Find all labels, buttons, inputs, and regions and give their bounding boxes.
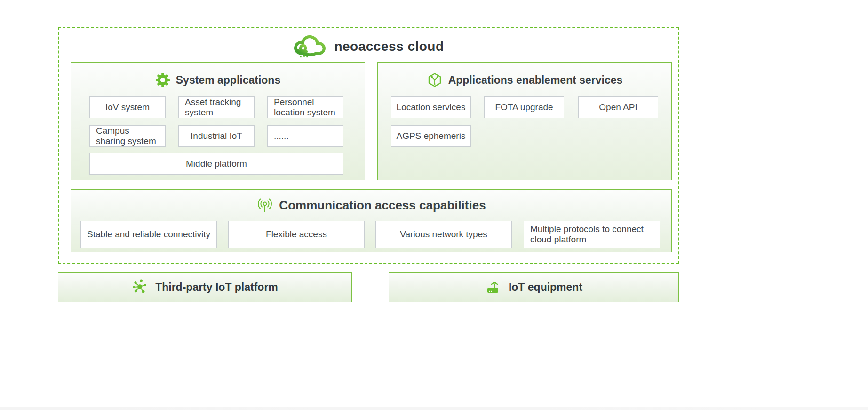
third-party-platform-label: Third-party IoT platform [155, 281, 278, 294]
item-various-network-types: Various network types [375, 221, 512, 248]
gear-icon [155, 72, 170, 88]
bar-iot-equipment: IoT equipment [389, 272, 679, 302]
iot-equipment-label: IoT equipment [509, 281, 582, 294]
antenna-broadcast-icon [256, 197, 273, 214]
cloud-header: neoaccess cloud [59, 32, 678, 61]
bottom-strip [0, 407, 868, 410]
item-middle-platform: Middle platform [89, 153, 343, 175]
cloud-logo-icon [293, 34, 327, 59]
item-asset-tracking-system: Asset tracking system [178, 96, 255, 118]
hub-network-icon [132, 279, 149, 296]
item-location-services: Location services [391, 96, 471, 118]
item-agps-ephemeris: AGPS ephemeris [391, 125, 471, 147]
architecture-diagram: { "title": "neoaccess cloud", "system_ap… [0, 0, 868, 410]
hexagon-node-icon [427, 72, 443, 88]
neoaccess-cloud-container: neoaccess cloud [58, 27, 679, 264]
router-icon [485, 279, 502, 295]
bar-third-party-platform: Third-party IoT platform [58, 272, 352, 302]
item-iov-system: IoV system [89, 96, 166, 118]
communication-header: Communication access capabilities [71, 195, 671, 215]
item-campus-sharing-system: Campus sharing system [89, 125, 166, 147]
item-fota-upgrade: FOTA upgrade [484, 96, 564, 118]
item-open-api: Open API [578, 96, 658, 118]
enablement-services-title: Applications enablement services [448, 74, 623, 87]
system-applications-header: System applications [71, 70, 365, 90]
item-industrial-iot: Industrial IoT [178, 125, 255, 147]
cloud-title: neoaccess cloud [334, 39, 444, 54]
panel-system-applications: System applications IoV system Asset tra… [71, 62, 365, 180]
item-multiple-protocols: Multiple protocols to connect cloud plat… [524, 221, 660, 248]
item-ellipsis: ...... [267, 125, 343, 147]
panel-communication: Communication access capabilities Stable… [71, 189, 672, 252]
enablement-services-header: Applications enablement services [378, 70, 671, 90]
item-personnel-location-system: Personnel location system [267, 96, 343, 118]
item-stable-connectivity: Stable and reliable connectivity [80, 221, 217, 248]
system-applications-title: System applications [176, 74, 280, 87]
panel-enablement-services: Applications enablement services Locatio… [377, 62, 672, 180]
communication-title: Communication access capabilities [279, 198, 486, 213]
item-flexible-access: Flexible access [228, 221, 365, 248]
